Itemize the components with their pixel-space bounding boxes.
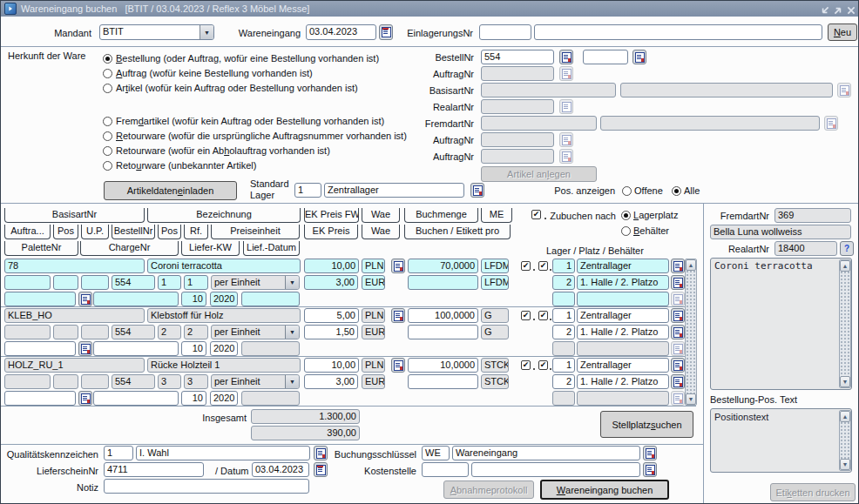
datum-input[interactable]: 03.04.2023 xyxy=(252,462,309,477)
col-header-ek-preis-fw[interactable]: EK Preis FW xyxy=(304,208,359,223)
cell-palettenr[interactable] xyxy=(4,341,76,356)
artikel-text-scrollbar[interactable]: ▲ ▼ xyxy=(839,259,851,388)
cell-liefer-jahr[interactable]: 2020 xyxy=(210,341,238,356)
buchen-checkbox[interactable] xyxy=(521,360,531,370)
col-header-chargenr[interactable]: ChargeNr xyxy=(80,241,179,256)
cell-bestellnr[interactable]: 554 xyxy=(112,275,155,290)
cell-liefer-kw[interactable]: 10 xyxy=(181,341,206,356)
scroll-down-button[interactable]: ▼ xyxy=(840,459,850,470)
radio-retourware-unbekannt-label[interactable]: Retourware (unbekannter Artikel) xyxy=(116,160,256,171)
cell-ek-preis[interactable]: 3,00 xyxy=(304,374,358,389)
cell-ek-preis-fw[interactable]: 10,00 xyxy=(304,259,359,273)
cell-auftragnr[interactable] xyxy=(4,275,51,290)
col-header-rf[interactable]: Rf. xyxy=(184,225,208,239)
cell-pos2[interactable]: 1 xyxy=(158,275,181,290)
radio-bestellung-label[interactable]: Bestellung (oder Auftrag, wofür eine Bes… xyxy=(116,53,379,64)
minimize-button[interactable] xyxy=(820,3,830,14)
etikett-checkbox[interactable] xyxy=(538,261,548,271)
radio-retourware-unbekannt[interactable] xyxy=(103,161,112,171)
radio-lagerplatz-label[interactable]: Lagerplatz xyxy=(633,210,678,221)
lieferschein-input[interactable]: 4711 xyxy=(104,462,204,477)
palette-lov-button[interactable] xyxy=(78,391,92,406)
cell-liefer-jahr[interactable]: 2020 xyxy=(210,292,238,306)
cell-lief-datum[interactable] xyxy=(241,292,300,306)
cell-buchmenge[interactable]: 70,0000 xyxy=(408,259,478,273)
cell-buchmenge[interactable]: 10,0000 xyxy=(408,358,478,373)
realart-info-button[interactable]: ? xyxy=(840,241,854,256)
restore-button[interactable] xyxy=(833,3,843,14)
cell-lager-name[interactable]: 1. Halle / 2. Platzo xyxy=(577,325,669,339)
row-lov-button[interactable] xyxy=(391,259,405,273)
etikett-checkbox[interactable] xyxy=(538,311,548,320)
cell-lager-name[interactable]: 1. Halle / 2. Platzo xyxy=(577,275,669,290)
scroll-up-button[interactable]: ▲ xyxy=(686,259,696,271)
radio-lagerplatz[interactable] xyxy=(621,211,631,220)
cell-lager-name[interactable]: 1. Halle / 2. Platzo xyxy=(577,374,669,389)
col-header-ek-preis[interactable]: EK Preis xyxy=(304,225,358,239)
palette-lov-button[interactable] xyxy=(78,341,92,356)
cell-buchen-etikett[interactable] xyxy=(408,275,478,290)
wareneingang-buchen-button[interactable]: Wareneingang buchen xyxy=(540,480,669,500)
col-header-bestellnr[interactable]: BestellNr xyxy=(112,225,155,239)
lager-lov-button[interactable] xyxy=(671,275,685,290)
col-header-buchmenge[interactable]: Buchmenge xyxy=(404,208,478,223)
cell-chargenr[interactable] xyxy=(93,391,179,406)
wareneingang-calendar-button[interactable] xyxy=(379,24,393,40)
cell-etikett-me[interactable]: LFDM xyxy=(481,275,509,290)
radio-retourware-auftrag[interactable] xyxy=(103,131,112,141)
bestellnr-lov-button-2[interactable] xyxy=(632,50,646,64)
cell-buchen-etikett[interactable] xyxy=(408,325,478,339)
cell-liefer-jahr[interactable]: 2020 xyxy=(210,391,238,406)
cell-lager-name[interactable]: Zentrallager xyxy=(577,259,669,273)
cell-bezeichnung[interactable]: Coroni terracotta xyxy=(147,259,301,273)
cell-liefer-kw[interactable]: 10 xyxy=(181,292,206,306)
cell-liefer-kw[interactable]: 10 xyxy=(181,391,206,406)
col-header-auftragnr[interactable]: Auftra... xyxy=(4,225,51,239)
kostenstelle-lov-button[interactable] xyxy=(643,462,657,477)
radio-offene-label[interactable]: Offene xyxy=(634,185,663,197)
cell-chargenr[interactable] xyxy=(93,341,179,356)
bestellnr-lov-button[interactable] xyxy=(559,50,573,64)
cell-me[interactable]: LFDM xyxy=(481,259,509,273)
radio-retourware-abhol[interactable] xyxy=(103,146,112,156)
cell-basisartnr[interactable]: 78 xyxy=(4,259,145,273)
header-checkbox[interactable] xyxy=(531,210,541,219)
standard-lager-name-input[interactable]: Zentrallager xyxy=(324,183,464,198)
kostenstelle-name-input[interactable] xyxy=(471,462,640,477)
col-header-liefer-kw[interactable]: Liefer-KW xyxy=(181,241,240,256)
cell-lager-nr[interactable] xyxy=(552,292,575,306)
neu-button[interactable]: Neu xyxy=(828,24,857,41)
radio-behaelter[interactable] xyxy=(621,226,631,236)
buchen-checkbox[interactable] xyxy=(521,311,531,320)
cell-lager-nr[interactable]: 2 xyxy=(552,325,575,339)
buchen-checkbox[interactable] xyxy=(521,261,531,271)
cell-chargenr[interactable] xyxy=(93,292,179,306)
row-lov-button[interactable] xyxy=(391,308,405,323)
col-header-wae[interactable]: Wae xyxy=(362,225,400,239)
radio-fremdartikel-label[interactable]: Fremdartikel (wofür kein Auftrag oder Be… xyxy=(116,116,384,127)
buchungsschluessel-name-input[interactable]: Wareneingang xyxy=(452,446,640,460)
window-icon[interactable] xyxy=(4,3,17,15)
cell-buchmenge[interactable]: 100,0000 xyxy=(408,308,478,323)
cell-lager-nr[interactable]: 2 xyxy=(552,275,575,290)
col-header-basisartnr[interactable]: BasisartNr xyxy=(4,208,145,223)
close-button[interactable] xyxy=(846,3,856,14)
cell-up[interactable] xyxy=(81,275,109,290)
scroll-down-button[interactable]: ▼ xyxy=(686,393,696,405)
grid-scrollbar[interactable]: ▲ ▼ xyxy=(685,259,697,406)
cell-lager-nr[interactable]: 1 xyxy=(552,358,575,373)
einlagerungsnr-input[interactable] xyxy=(479,24,531,40)
lager-lov-button[interactable] xyxy=(671,325,685,339)
radio-retourware-abhol-label[interactable]: Retourware (wofür ein Abholauftrag vorha… xyxy=(116,145,330,157)
radio-offene[interactable] xyxy=(622,186,632,196)
cell-lager-name[interactable]: Zentrallager xyxy=(577,358,669,373)
standard-lager-lov-button[interactable] xyxy=(470,183,484,198)
lager-lov-button[interactable] xyxy=(671,358,685,373)
cell-lager-nr[interactable]: 2 xyxy=(552,374,575,389)
cell-lager-nr[interactable]: 1 xyxy=(552,308,575,323)
scroll-down-button[interactable]: ▼ xyxy=(840,376,850,387)
buchungsschluessel-lov-button[interactable] xyxy=(643,446,657,460)
col-header-palettenr[interactable]: PaletteNr xyxy=(4,241,78,256)
cell-ek-preis[interactable]: 3,00 xyxy=(304,275,358,290)
cell-lager-nr[interactable]: 1 xyxy=(552,259,575,273)
